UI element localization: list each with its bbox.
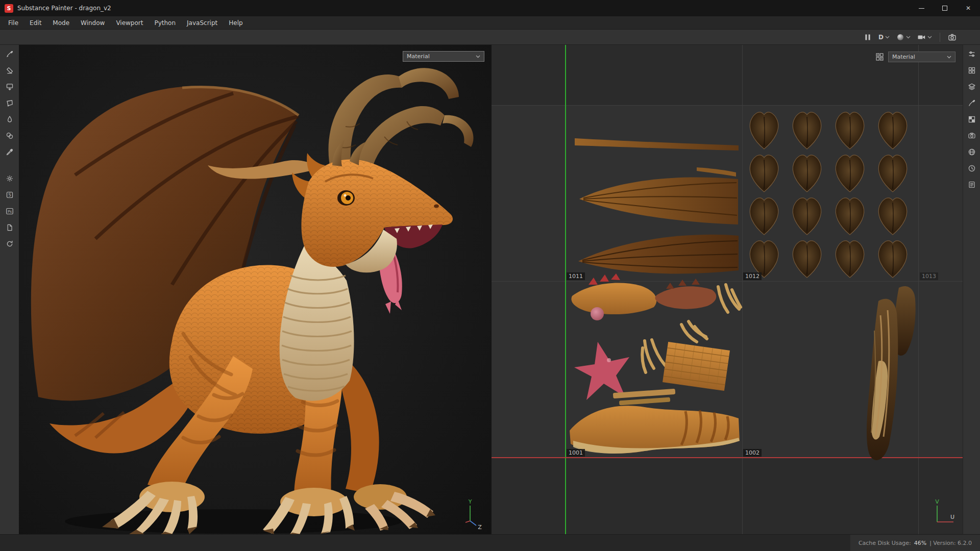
clone-tool-button[interactable] bbox=[3, 129, 16, 142]
version-text: | Version: 6.2.0 bbox=[929, 540, 972, 546]
polygon-fill-icon bbox=[6, 99, 14, 107]
layers-icon bbox=[968, 83, 976, 91]
menu-edit[interactable]: Edit bbox=[24, 16, 47, 30]
updater-plugin-button[interactable] bbox=[3, 237, 16, 251]
viewport-uv[interactable]: 1011 1012 1013 1001 1002 Material bbox=[491, 45, 963, 534]
display-settings-panel-button[interactable] bbox=[965, 47, 978, 61]
smudge-tool-button[interactable] bbox=[3, 113, 16, 126]
udim-label-1001: 1001 bbox=[567, 449, 585, 457]
svg-text:U: U bbox=[950, 514, 954, 520]
menu-window[interactable]: Window bbox=[75, 16, 110, 30]
screenshot-button[interactable] bbox=[948, 32, 957, 43]
pause-icon bbox=[864, 33, 872, 41]
smudge-icon bbox=[6, 115, 14, 123]
udim-label-1013: 1013 bbox=[920, 272, 938, 280]
projection-tool-button[interactable] bbox=[3, 80, 16, 93]
brush-icon bbox=[968, 99, 976, 107]
paint-tool-button[interactable] bbox=[3, 47, 16, 61]
pause-engine-button[interactable] bbox=[864, 32, 872, 43]
dragon-rear-leg bbox=[335, 351, 435, 531]
udim-label-1011: 1011 bbox=[567, 272, 585, 280]
title-bar: S Substance Painter - dragon_v2 ✕ bbox=[0, 0, 980, 16]
viewport-toolbar: D bbox=[0, 30, 980, 45]
chevron-down-icon bbox=[947, 56, 951, 59]
material-mode-value: Material bbox=[407, 53, 430, 60]
chevron-down-icon bbox=[906, 36, 911, 39]
substance-painter-logo-icon: S bbox=[5, 4, 13, 13]
clone-stamp-icon bbox=[6, 132, 14, 140]
settings-plugin-button[interactable] bbox=[3, 172, 16, 185]
window-title: Substance Painter - dragon_v2 bbox=[17, 5, 111, 12]
display-mode-dropdown[interactable]: D bbox=[878, 32, 890, 43]
list-document-icon bbox=[968, 181, 976, 189]
logo-letter: S bbox=[7, 5, 11, 12]
assets-panel-button[interactable] bbox=[965, 64, 978, 77]
svg-text:Y: Y bbox=[468, 498, 472, 505]
main-content: S Ps bbox=[0, 45, 980, 534]
tools-sidebar: S Ps bbox=[0, 45, 19, 534]
clock-icon bbox=[968, 164, 976, 172]
substance-share-plugin-button[interactable]: S bbox=[3, 188, 16, 202]
substance-badge-icon: S bbox=[6, 191, 14, 199]
cache-disk-usage-value: 46% bbox=[914, 540, 926, 546]
uv-island-wing-membranes bbox=[575, 138, 739, 273]
menu-javascript[interactable]: JavaScript bbox=[181, 16, 223, 30]
uv-islands bbox=[492, 45, 963, 534]
dragon-nostril bbox=[434, 205, 439, 208]
photoshop-export-plugin-button[interactable]: Ps bbox=[3, 205, 16, 218]
texture-set-panel-button[interactable] bbox=[965, 113, 978, 126]
menu-bar: File Edit Mode Window Viewport Python Ja… bbox=[0, 16, 980, 30]
paint-brush-icon bbox=[6, 50, 14, 58]
maximize-button[interactable] bbox=[933, 0, 957, 16]
polygon-fill-tool-button[interactable] bbox=[3, 96, 16, 110]
uv-tile-filter-icon[interactable] bbox=[875, 53, 884, 61]
resources-plugin-button[interactable] bbox=[3, 221, 16, 234]
uv-island-scale-shells bbox=[750, 112, 906, 278]
display-mode-label: D bbox=[878, 34, 884, 41]
eyedropper-icon bbox=[6, 148, 14, 156]
chevron-down-icon bbox=[885, 36, 890, 39]
toolbar-separator bbox=[940, 33, 940, 42]
minimize-icon bbox=[919, 8, 924, 9]
dragon-eye bbox=[337, 190, 355, 206]
svg-text:Z: Z bbox=[478, 524, 482, 530]
screenshot-camera-icon bbox=[948, 33, 957, 41]
menu-python[interactable]: Python bbox=[149, 16, 181, 30]
uv-island-horns bbox=[867, 286, 916, 460]
environment-panel-button[interactable] bbox=[965, 145, 978, 159]
viewport3d-header: Material bbox=[403, 51, 484, 62]
chevron-down-icon bbox=[927, 36, 932, 39]
axis-gizmo-uv: V U bbox=[930, 498, 957, 530]
viewport-3d[interactable]: Material Y Z bbox=[19, 45, 491, 534]
material-mode-dropdown-3d[interactable]: Material bbox=[403, 51, 484, 62]
checker-icon bbox=[968, 115, 976, 123]
grid-icon bbox=[968, 66, 976, 74]
minimize-button[interactable] bbox=[910, 0, 933, 16]
camera-mode-dropdown[interactable] bbox=[917, 32, 932, 43]
history-panel-button[interactable] bbox=[965, 162, 978, 175]
close-icon: ✕ bbox=[966, 5, 971, 12]
sliders-icon bbox=[968, 50, 976, 58]
udim-label-1012: 1012 bbox=[743, 272, 762, 280]
panels-sidebar bbox=[963, 45, 980, 534]
material-picker-tool-button[interactable] bbox=[3, 145, 16, 159]
layers-panel-button[interactable] bbox=[965, 80, 978, 93]
menu-file[interactable]: File bbox=[3, 16, 24, 30]
shading-mode-dropdown[interactable] bbox=[896, 32, 911, 43]
material-mode-dropdown-uv[interactable]: Material bbox=[888, 52, 955, 62]
close-button[interactable]: ✕ bbox=[957, 0, 980, 16]
camera-panel-button[interactable] bbox=[965, 129, 978, 142]
menu-viewport[interactable]: Viewport bbox=[110, 16, 149, 30]
eraser-tool-button[interactable] bbox=[3, 64, 16, 77]
uv-island-body-parts bbox=[570, 273, 741, 454]
brush-settings-panel-button[interactable] bbox=[965, 96, 978, 110]
svg-text:Ps: Ps bbox=[8, 210, 12, 214]
maximize-icon bbox=[942, 6, 947, 11]
gear-icon bbox=[6, 174, 14, 183]
material-sphere-icon bbox=[896, 33, 904, 41]
video-camera-icon bbox=[917, 33, 926, 41]
log-panel-button[interactable] bbox=[965, 178, 978, 191]
cache-disk-usage-label: Cache Disk Usage: bbox=[859, 540, 911, 546]
menu-mode[interactable]: Mode bbox=[47, 16, 75, 30]
menu-help[interactable]: Help bbox=[223, 16, 248, 30]
